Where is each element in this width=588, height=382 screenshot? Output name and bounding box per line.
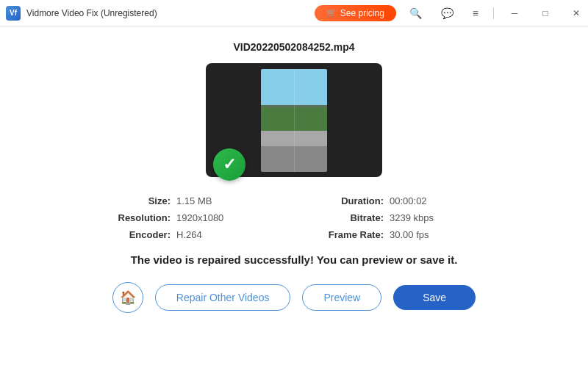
home-icon: 🏠 <box>120 289 136 306</box>
chat-icon: 💬 <box>441 7 453 19</box>
titlebar-title: Vidmore Video Fix (Unregistered) <box>26 8 157 18</box>
bitrate-value: 3239 kbps <box>390 212 507 223</box>
encoder-value: H.264 <box>176 229 294 240</box>
divider <box>493 7 494 19</box>
see-pricing-button[interactable]: 🛒 See pricing <box>315 5 396 21</box>
maximize-icon: □ <box>542 8 548 18</box>
resolution-value: 1920x1080 <box>176 212 294 223</box>
success-badge: ✓ <box>213 148 245 181</box>
search-button[interactable]: 🔍 <box>404 4 428 22</box>
preview-button[interactable]: Preview <box>302 284 381 311</box>
maximize-button[interactable]: □ <box>534 0 557 26</box>
titlebar: Vf Vidmore Video Fix (Unregistered) 🛒 Se… <box>0 0 588 26</box>
close-icon: ✕ <box>573 8 580 18</box>
framerate-value: 30.00 fps <box>390 229 507 240</box>
encoder-label: Encoder: <box>81 229 176 240</box>
titlebar-center: 🛒 See pricing 🔍 💬 ≡ ─ □ ✕ <box>315 0 588 26</box>
bitrate-label: Bitrate: <box>294 212 390 223</box>
chat-button[interactable]: 💬 <box>435 4 459 22</box>
see-pricing-label: See pricing <box>340 8 384 18</box>
menu-button[interactable]: ≡ <box>467 4 484 22</box>
app-logo: Vf <box>6 6 21 21</box>
cart-icon: 🛒 <box>326 8 337 18</box>
minimize-icon: ─ <box>512 8 518 18</box>
size-value: 1.15 MB <box>176 195 294 206</box>
repair-other-button[interactable]: Repair Other Videos <box>155 284 291 311</box>
file-name: VID20220502084252.mp4 <box>233 41 354 53</box>
home-button[interactable]: 🏠 <box>112 282 143 313</box>
video-frame <box>261 69 327 172</box>
close-button[interactable]: ✕ <box>564 0 588 26</box>
success-message: The video is repaired successfully! You … <box>131 253 458 266</box>
save-button[interactable]: Save <box>393 285 476 310</box>
hamburger-icon: ≡ <box>473 7 478 19</box>
framerate-label: Frame Rate: <box>294 229 390 240</box>
minimize-button[interactable]: ─ <box>503 0 526 26</box>
resolution-label: Resolution: <box>81 212 176 223</box>
search-icon: 🔍 <box>409 7 422 19</box>
info-grid: Size: 1.15 MB Duration: 00:00:02 Resolut… <box>81 195 507 240</box>
titlebar-left: Vf Vidmore Video Fix (Unregistered) <box>6 6 157 21</box>
size-label: Size: <box>81 195 176 206</box>
main-content: VID20220502084252.mp4 ✓ Size: 1.15 MB Du… <box>0 26 588 320</box>
video-preview-wrap: ✓ <box>206 63 382 181</box>
duration-label: Duration: <box>294 195 390 206</box>
duration-value: 00:00:02 <box>390 195 507 206</box>
buttons-row: 🏠 Repair Other Videos Preview Save <box>112 282 476 313</box>
